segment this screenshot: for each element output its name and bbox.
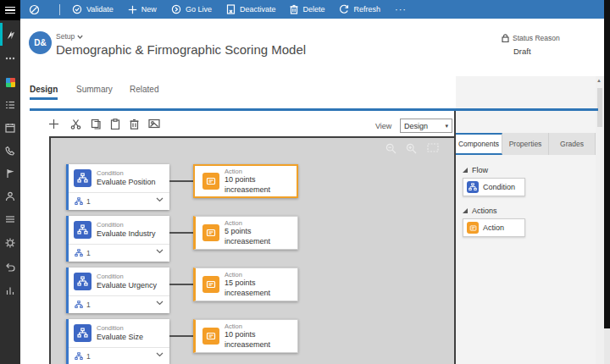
new-button[interactable]: New — [128, 5, 157, 14]
form-scrollbar[interactable]: ▲ — [596, 76, 604, 364]
lock-icon — [502, 34, 509, 42]
left-sitemap-sidebar — [0, 0, 20, 364]
status-reason-label: Status Reason — [513, 34, 560, 42]
action-icon — [467, 222, 479, 234]
form-scrollbar-thumb[interactable] — [597, 88, 602, 127]
zoom-out-icon[interactable] — [385, 143, 396, 154]
dynamics-home-icon[interactable] — [0, 27, 20, 42]
flow-connector — [169, 232, 193, 234]
condition-card-evaluate-industry[interactable]: Condition Evaluate Industry 1 — [66, 216, 169, 262]
condition-expander[interactable]: 1 — [69, 193, 169, 209]
more-commands-icon[interactable]: ··· — [395, 4, 407, 14]
chevron-down-icon[interactable] — [156, 352, 164, 357]
action-name: 5 points increasement — [225, 227, 297, 246]
condition-icon — [74, 169, 92, 187]
design-canvas[interactable]: Condition Evaluate Position 1 Action 10 — [49, 136, 454, 364]
validate-button[interactable]: Validate — [72, 4, 114, 14]
chevron-down-icon[interactable] — [156, 197, 164, 202]
panel-tab-grades[interactable]: Grades — [549, 133, 596, 155]
menu-icon[interactable] — [0, 0, 20, 20]
condition-expander[interactable]: 1 — [69, 296, 169, 312]
dropdown-caret-icon: ▾ — [445, 123, 448, 130]
golive-button[interactable]: Go Live — [171, 4, 212, 14]
delete-node-icon[interactable] — [130, 119, 139, 130]
view-dropdown-value: Design — [404, 122, 428, 130]
collapse-triangle-icon — [463, 168, 468, 173]
designer-toolbar: View Design ▾ — [20, 111, 454, 138]
flow-section-header[interactable]: Flow — [463, 166, 488, 174]
tab-summary[interactable]: Summary — [76, 85, 113, 94]
fit-screen-icon[interactable] — [427, 143, 439, 152]
condition-card-evaluate-position[interactable]: Condition Evaluate Position 1 — [66, 164, 169, 210]
golive-label: Go Live — [186, 5, 212, 14]
action-card-10-points[interactable]: Action 10 points increasement — [193, 164, 298, 198]
condition-count: 1 — [86, 301, 91, 309]
page-scrollbar-thumb[interactable] — [604, 0, 610, 328]
action-card-5-points[interactable]: Action 5 points increasement — [193, 216, 298, 250]
command-separator — [59, 4, 60, 15]
condition-component-chip[interactable]: Condition — [463, 178, 525, 196]
mini-condition-icon — [75, 352, 83, 361]
delete-label: Delete — [302, 5, 324, 14]
chevron-down-icon[interactable] — [156, 249, 164, 254]
calendar-icon[interactable] — [0, 120, 20, 135]
mini-condition-icon — [75, 249, 83, 257]
contact-icon[interactable] — [0, 189, 20, 204]
action-card-10-points-2[interactable]: Action 10 points increasement — [193, 319, 298, 353]
action-type-label: Action — [225, 168, 297, 175]
snapshot-icon[interactable] — [148, 119, 160, 129]
deactivate-button[interactable]: Deactivate — [226, 4, 276, 14]
condition-card-evaluate-urgency[interactable]: Condition Evaluate Urgency 1 — [66, 267, 169, 313]
cut-icon[interactable] — [70, 119, 81, 130]
action-icon — [202, 276, 219, 293]
chevron-down-icon[interactable] — [156, 301, 164, 306]
panel-tab-components[interactable]: Components — [456, 133, 502, 155]
deactivate-label: Deactivate — [240, 5, 276, 14]
command-bar: Validate New Go Live Deactivate Delete R… — [20, 0, 604, 19]
actions-section-title: Actions — [472, 207, 497, 215]
nav-lines-icon[interactable] — [0, 212, 20, 227]
scroll-up-icon[interactable]: ▲ — [596, 78, 602, 83]
task-list-icon[interactable] — [0, 97, 20, 113]
refresh-label: Refresh — [353, 5, 380, 14]
actions-section-header[interactable]: Actions — [463, 207, 497, 215]
view-dropdown[interactable]: Design ▾ — [400, 119, 452, 133]
tab-related[interactable]: Related — [130, 85, 158, 94]
new-label: New — [141, 5, 157, 14]
validate-label: Validate — [86, 5, 114, 14]
phone-icon[interactable] — [0, 143, 20, 158]
panel-tab-properties[interactable]: Properties — [502, 133, 549, 155]
copy-icon[interactable] — [91, 119, 102, 130]
status-reason-field: Status Reason Draft — [502, 34, 595, 56]
process-flow-icon[interactable] — [29, 4, 40, 15]
action-card-15-points[interactable]: Action 15 points increasement — [193, 267, 298, 301]
condition-icon — [74, 221, 92, 239]
mini-condition-icon — [75, 301, 83, 309]
chart-icon[interactable] — [0, 283, 20, 298]
flag-icon[interactable] — [0, 166, 20, 181]
panel-divider — [454, 111, 456, 364]
add-icon[interactable] — [48, 119, 59, 130]
condition-expander[interactable]: 1 — [69, 245, 169, 261]
action-component-chip[interactable]: Action — [463, 218, 525, 237]
page-scrollbar[interactable] — [604, 0, 610, 364]
action-icon — [202, 173, 219, 190]
zoom-in-icon[interactable] — [406, 143, 417, 154]
context-label: Setup — [56, 32, 75, 41]
undo-icon[interactable] — [0, 259, 20, 274]
more-ellipsis-icon[interactable] — [0, 51, 20, 66]
context-selector[interactable]: Setup — [56, 32, 83, 41]
sales-app-icon[interactable] — [0, 74, 20, 90]
form-accent-rule — [30, 108, 598, 111]
delete-button[interactable]: Delete — [290, 4, 324, 14]
settings-gear-icon[interactable] — [0, 235, 20, 251]
paste-icon[interactable] — [110, 119, 120, 130]
condition-expander[interactable]: 1 — [69, 348, 169, 364]
flow-connector — [169, 284, 193, 285]
condition-count: 1 — [86, 197, 91, 206]
condition-card-evaluate-size[interactable]: Condition Evaluate Size 1 — [66, 319, 169, 364]
tab-design[interactable]: Design — [30, 85, 58, 94]
condition-icon — [74, 324, 92, 342]
refresh-button[interactable]: Refresh — [339, 4, 380, 14]
action-name: 10 points increasement — [225, 330, 297, 350]
